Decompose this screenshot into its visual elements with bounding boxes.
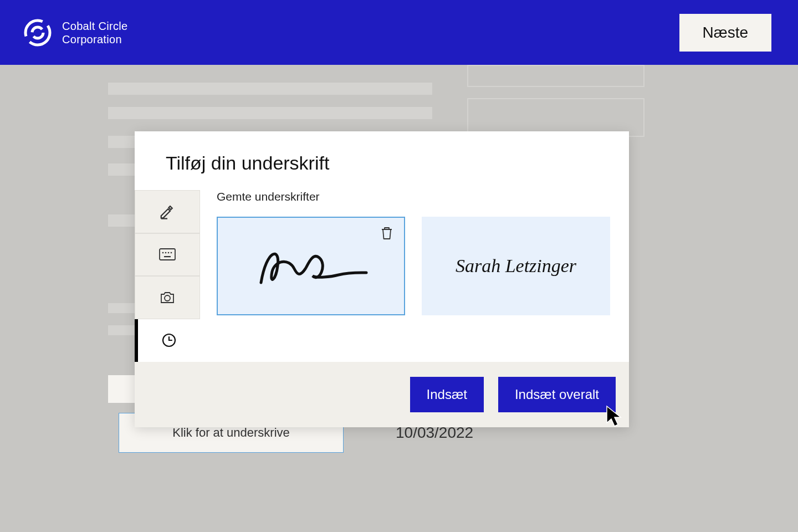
skeleton-line (108, 107, 432, 119)
saved-signature-2[interactable]: Sarah Letzinger (422, 217, 610, 315)
add-signature-modal: Tilføj din underskrift Gemte underskrift… (135, 131, 629, 427)
tab-type[interactable] (135, 233, 200, 277)
signature-prompt: Klik for at underskrive (172, 426, 290, 440)
skeleton-line (108, 83, 432, 95)
insert-everywhere-button[interactable]: Indsæt overalt (498, 377, 616, 412)
saved-signatures-label: Gemte underskrifter (217, 190, 629, 203)
brand-logo: Cobalt Circle Corporation (23, 18, 127, 47)
tab-saved[interactable] (135, 319, 200, 362)
svg-rect-3 (160, 249, 175, 260)
trash-icon (380, 226, 394, 241)
next-button[interactable]: Næste (679, 14, 771, 52)
tab-draw[interactable] (135, 190, 200, 233)
skeleton-box (467, 65, 644, 87)
tab-upload[interactable] (135, 276, 200, 319)
signature-method-tabs (135, 190, 200, 362)
svg-point-9 (165, 295, 170, 301)
svg-point-5 (165, 252, 167, 254)
saved-signatures-panel: Gemte underskrifter Sarah Letzinger (200, 190, 629, 362)
signature-name-text: Sarah Letzinger (456, 255, 576, 277)
insert-button[interactable]: Indsæt (410, 377, 484, 412)
saved-signature-1[interactable] (217, 217, 405, 315)
keyboard-icon (159, 248, 176, 260)
delete-signature-button[interactable] (380, 226, 394, 243)
pencil-icon (159, 203, 176, 220)
signature-scribble-icon (242, 238, 380, 294)
svg-point-4 (162, 252, 164, 254)
app-header: Cobalt Circle Corporation Næste (0, 0, 798, 65)
modal-title: Tilføj din underskrift (135, 131, 629, 174)
signature-list: Sarah Letzinger (217, 217, 629, 315)
clock-icon (162, 333, 176, 347)
modal-body: Gemte underskrifter Sarah Letzinger (135, 190, 629, 362)
brand-name: Cobalt Circle Corporation (62, 19, 127, 46)
svg-point-6 (168, 252, 170, 254)
svg-point-1 (32, 27, 43, 38)
camera-icon (159, 290, 176, 305)
svg-point-0 (25, 21, 50, 45)
svg-point-7 (171, 252, 172, 254)
modal-footer: Indsæt Indsæt overalt (135, 362, 629, 427)
svg-rect-8 (164, 256, 171, 257)
cobalt-circle-icon (23, 18, 52, 47)
